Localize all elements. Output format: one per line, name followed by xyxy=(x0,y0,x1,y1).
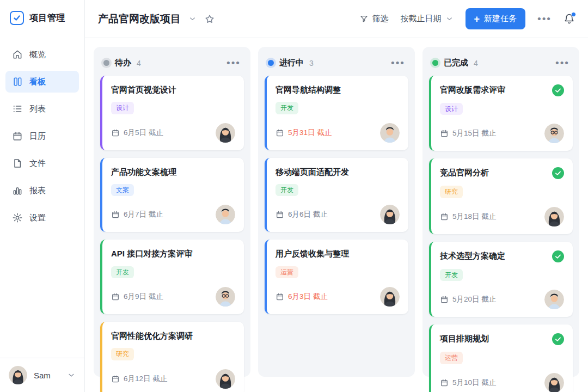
project-switcher-button[interactable] xyxy=(188,15,197,23)
filter-button[interactable]: 筛选 xyxy=(359,14,389,24)
sidebar-item-label: 概览 xyxy=(29,50,46,60)
calendar-icon xyxy=(275,292,284,301)
column-cards: 官网改版需求评审 设计 5月15日 截止 竞品官网分析 研究 xyxy=(429,76,573,392)
column-header: 已完成 4 ••• xyxy=(429,53,573,76)
column-header: 待办 4 ••• xyxy=(100,53,244,76)
task-card[interactable]: 官网改版需求评审 设计 5月15日 截止 xyxy=(429,76,573,151)
chevron-down-icon xyxy=(445,15,454,23)
sidebar-item-reports[interactable]: 报表 xyxy=(5,180,79,201)
task-due-date: 5月15日 截止 xyxy=(440,128,496,138)
task-card[interactable]: 官网性能优化方案调研 研究 6月12日 截止 xyxy=(100,322,244,392)
task-tag: 运营 xyxy=(275,266,298,278)
topbar-more-button[interactable]: ••• xyxy=(537,14,552,24)
kanban-icon xyxy=(12,76,23,87)
chevron-down-icon xyxy=(67,371,76,379)
favorite-star-button[interactable] xyxy=(204,14,215,24)
task-assignee-avatar[interactable] xyxy=(216,123,235,143)
task-card[interactable]: 官网导航结构调整 开发 5月31日 截止 xyxy=(265,76,408,150)
done-check-icon xyxy=(552,167,564,179)
task-tag: 设计 xyxy=(440,103,463,115)
calendar-icon xyxy=(12,131,23,142)
user-avatar xyxy=(9,366,27,384)
sidebar-item-label: 日历 xyxy=(29,131,46,142)
task-assignee-avatar[interactable] xyxy=(216,205,235,224)
calendar-icon xyxy=(275,210,284,219)
sidebar-item-files[interactable]: 文件 xyxy=(5,152,79,174)
task-card[interactable]: 技术选型方案确定 开发 5月20日 截止 xyxy=(429,242,573,317)
sidebar-item-overview[interactable]: 概览 xyxy=(5,44,79,65)
task-title: 产品功能文案梳理 xyxy=(111,167,235,177)
task-tag: 研究 xyxy=(111,348,134,360)
notification-dot xyxy=(571,12,576,17)
task-assignee-avatar[interactable] xyxy=(544,290,564,309)
task-due-date: 5月10日 截止 xyxy=(440,378,496,388)
calendar-icon xyxy=(111,128,120,137)
task-tag: 运营 xyxy=(440,352,463,364)
chevron-down-icon xyxy=(188,15,197,23)
new-task-button[interactable]: + 新建任务 xyxy=(465,8,526,29)
sidebar-item-label: 报表 xyxy=(29,186,46,196)
calendar-icon xyxy=(440,129,449,138)
app-title: 项目管理 xyxy=(29,13,65,24)
task-title: 用户反馈收集与整理 xyxy=(275,248,400,259)
column-header: 进行中 3 ••• xyxy=(265,53,408,76)
column-count: 4 xyxy=(474,59,478,68)
user-menu[interactable]: Sam xyxy=(0,358,84,392)
sidebar-item-settings[interactable]: 设置 xyxy=(5,207,79,229)
task-title: 官网导航结构调整 xyxy=(275,84,400,95)
sidebar-item-label: 设置 xyxy=(29,213,46,223)
column-more-button[interactable]: ••• xyxy=(555,58,569,68)
column-more-button[interactable]: ••• xyxy=(226,58,241,68)
filter-funnel-icon xyxy=(359,14,369,23)
sidebar-item-board[interactable]: 看板 xyxy=(5,71,79,93)
sort-by-due-date-select[interactable]: 按截止日期 xyxy=(401,14,454,24)
task-card[interactable]: 竞品官网分析 研究 5月18日 截止 xyxy=(429,158,573,234)
task-due-date: 5月20日 截止 xyxy=(440,295,496,304)
task-tag: 开发 xyxy=(440,269,463,281)
task-assignee-avatar[interactable] xyxy=(544,207,564,226)
app-logo-icon xyxy=(10,11,24,25)
main-area: 产品官网改版项目 筛选 按截止日期 xyxy=(85,0,588,392)
task-card[interactable]: 项目排期规划 运营 5月10日 截止 xyxy=(429,324,573,392)
sidebar-item-label: 文件 xyxy=(29,158,46,169)
page-title: 产品官网改版项目 xyxy=(98,12,181,26)
task-due-date: 6月5日 截止 xyxy=(111,128,163,138)
plus-icon: + xyxy=(474,14,480,24)
sidebar-item-list[interactable]: 列表 xyxy=(5,98,79,120)
task-title: 官网首页视觉设计 xyxy=(111,84,235,95)
task-assignee-avatar[interactable] xyxy=(216,287,235,307)
task-tag: 设计 xyxy=(111,102,134,114)
app-logo: 项目管理 xyxy=(0,0,84,35)
board-column: 进行中 3 ••• 官网导航结构调整 开发 5月31日 截止 xyxy=(258,47,415,377)
task-card[interactable]: 官网首页视觉设计 设计 6月5日 截止 xyxy=(100,76,244,150)
task-assignee-avatar[interactable] xyxy=(380,287,400,307)
task-assignee-avatar[interactable] xyxy=(544,124,564,143)
calendar-icon xyxy=(111,210,120,219)
done-check-icon xyxy=(552,84,564,96)
user-name: Sam xyxy=(34,371,60,380)
task-card[interactable]: 移动端页面适配开发 开发 6月6日 截止 xyxy=(265,158,408,232)
task-assignee-avatar[interactable] xyxy=(380,123,400,143)
star-icon xyxy=(204,14,215,24)
task-assignee-avatar[interactable] xyxy=(544,373,564,392)
sidebar-item-calendar[interactable]: 日历 xyxy=(5,125,79,147)
task-card[interactable]: 用户反馈收集与整理 运营 6月3日 截止 xyxy=(265,240,408,314)
task-title: 项目排期规划 xyxy=(440,333,548,344)
column-count: 3 xyxy=(309,59,314,68)
column-more-button[interactable]: ••• xyxy=(391,58,405,68)
column-cards: 官网导航结构调整 开发 5月31日 截止 移动端页面适配开发 开发 xyxy=(265,76,408,314)
notifications-button[interactable] xyxy=(564,13,575,24)
task-card[interactable]: 产品功能文案梳理 文案 6月7日 截止 xyxy=(100,158,244,232)
task-due-date: 6月6日 截止 xyxy=(275,210,328,219)
task-card[interactable]: API 接口对接方案评审 开发 6月9日 截止 xyxy=(100,240,244,314)
task-assignee-avatar[interactable] xyxy=(216,369,235,389)
task-assignee-avatar[interactable] xyxy=(380,205,400,224)
calendar-icon xyxy=(440,378,449,387)
task-due-date: 5月31日 截止 xyxy=(275,128,332,138)
task-title: 技术选型方案确定 xyxy=(440,250,548,261)
done-check-icon xyxy=(552,333,564,345)
sidebar-nav: 概览 看板 列表 日历 文件 xyxy=(0,44,84,229)
filter-label: 筛选 xyxy=(372,14,389,24)
task-title: 官网改版需求评审 xyxy=(440,84,548,95)
calendar-icon xyxy=(111,292,120,301)
